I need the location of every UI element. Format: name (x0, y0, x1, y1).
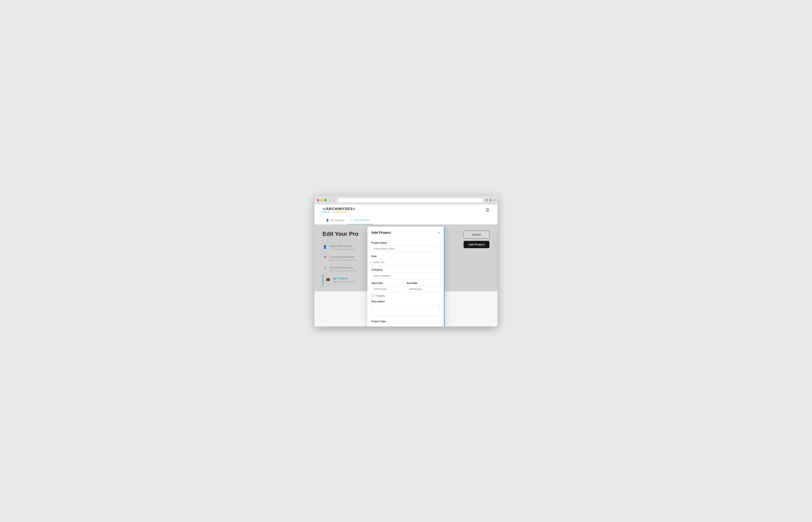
end-date-label: End Date (407, 282, 440, 285)
my-portfolio-label: My Portfolio (330, 219, 344, 222)
logo: </ARCHIMYDES> GUILD | PORTFOLIO (323, 207, 355, 214)
role-group: Role (371, 255, 440, 265)
project-type-passion-card[interactable]: Passion Self-improvement, interest, or p… (407, 324, 440, 326)
traffic-lights (317, 199, 327, 201)
description-group: Description (371, 300, 440, 317)
ongoing-checkbox[interactable] (371, 294, 374, 297)
tab-my-portfolio[interactable]: 👤 My Portfolio (323, 216, 348, 224)
date-row: Start Date End Date (371, 282, 440, 292)
share-button[interactable]: ⬆ (485, 198, 488, 202)
description-label: Description (371, 300, 440, 303)
ongoing-row: Ongoing (371, 294, 440, 297)
start-date-input[interactable] (371, 286, 404, 292)
project-name-input[interactable] (371, 245, 440, 252)
modal-title: Add Project (371, 231, 391, 235)
edit-portfolio-label: Edit Portfolio (354, 219, 369, 222)
ongoing-label: Ongoing (375, 294, 385, 297)
nav-tabs: 👤 My Portfolio ✏ Edit Portfolio (314, 216, 498, 225)
end-date-group: End Date (407, 282, 440, 292)
project-name-label: Project Name (371, 241, 440, 244)
description-textarea[interactable] (371, 304, 440, 316)
role-label: Role (371, 255, 440, 258)
minimize-traffic-light[interactable] (321, 199, 323, 201)
modal-header: Add Project × (367, 227, 444, 238)
nav-forward-button[interactable]: › (332, 198, 336, 202)
hamburger-menu-button[interactable]: ☰ (486, 208, 489, 213)
project-type-section: Project Type Professional Projects that … (371, 320, 440, 326)
modal-body: Project Name Role Company (367, 238, 444, 326)
guild-label: GUILD (323, 211, 330, 214)
browser-actions: ⬆ ⧉ + (485, 198, 495, 202)
add-project-modal: Add Project × Project Name Role (367, 227, 445, 326)
copy-button[interactable]: ⧉ (489, 198, 492, 202)
modal-close-button[interactable]: × (438, 231, 440, 235)
portfolio-label: PORTFOLIO (334, 211, 347, 214)
new-tab-button[interactable]: + (493, 198, 495, 202)
company-label: Company (371, 268, 440, 271)
logo-text: ARCHIMYDES (326, 207, 353, 211)
project-type-row: Professional Projects that you have exec… (371, 324, 440, 326)
page-body: Edit Your Pro 👤 Basic Information Provid… (314, 225, 498, 291)
logo-name: </ARCHIMYDES> (323, 207, 355, 211)
project-name-group: Project Name (371, 241, 440, 252)
nav-back-button[interactable]: ‹ (329, 198, 332, 202)
modal-overlay: Add Project × Project Name Role (314, 225, 498, 291)
logo-bracket-open: </ (323, 207, 326, 211)
logo-separator: | (331, 211, 332, 214)
maximize-traffic-light[interactable] (324, 199, 327, 201)
logo-bracket-close: > (353, 207, 356, 211)
nav-buttons: ‹ › (329, 198, 336, 202)
address-bar[interactable] (338, 198, 483, 203)
project-type-professional-card[interactable]: Professional Projects that you have exec… (371, 324, 405, 326)
edit-portfolio-icon: ✏ (351, 219, 353, 222)
end-date-input[interactable] (407, 286, 440, 292)
project-type-label: Project Type (371, 320, 440, 323)
company-group: Company (371, 268, 440, 279)
close-traffic-light[interactable] (317, 199, 319, 201)
company-input[interactable] (371, 273, 440, 279)
logo-sub: GUILD | PORTFOLIO (323, 211, 355, 214)
browser-chrome: ‹ › ⬆ ⧉ + (314, 196, 498, 204)
start-date-label: Start Date (371, 282, 404, 285)
start-date-group: Start Date (371, 282, 404, 292)
role-input[interactable] (371, 259, 440, 265)
my-portfolio-icon: 👤 (326, 219, 329, 222)
page-content: </ARCHIMYDES> GUILD | PORTFOLIO ☰ 👤 My P… (314, 204, 498, 326)
tab-edit-portfolio[interactable]: ✏ Edit Portfolio (348, 216, 373, 224)
browser-window: ‹ › ⬆ ⧉ + </ARCHIMYDES> GUILD | PORTFOLI… (314, 196, 498, 326)
site-header: </ARCHIMYDES> GUILD | PORTFOLIO ☰ (314, 204, 498, 216)
